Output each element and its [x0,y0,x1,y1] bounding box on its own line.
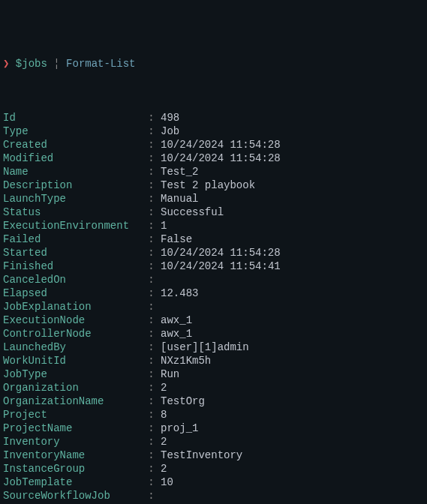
field-value: TestOrg [155,395,205,407]
field-key: JobType [3,368,47,380]
field-value: proj_1 [155,422,199,434]
field-value: 10/24/2024 11:54:28 [155,152,281,164]
colon-separator: : [148,206,154,218]
field-row: Id : 498 [3,111,424,124]
field-key: InstanceGroup [3,463,85,475]
field-row: Description : Test 2 playbook [3,178,424,192]
field-value: Job [155,125,180,137]
field-key: JobExplanation [3,301,92,313]
field-key: OrganizationName [3,395,104,407]
field-row: JobExplanation : [3,300,424,314]
blank-line [3,84,424,98]
field-key: InventoryName [3,449,85,461]
colon-separator: : [148,382,154,394]
colon-separator: : [148,328,154,340]
field-key: Modified [3,152,53,164]
field-value: awx_1 [155,314,192,326]
prompt-line: ❯ $jobs ¦ Format-List [3,57,424,70]
field-value: 8 [155,409,167,421]
field-row: Finished : 10/24/2024 11:54:41 [3,260,424,273]
field-value: TestInventory [155,449,243,461]
field-row: Type : Job [3,124,424,138]
field-key: LaunchType [3,193,66,205]
field-value: False [155,233,192,245]
field-row: JobTemplate : 10 [3,476,424,489]
field-value: Successful [155,206,224,218]
prompt-var: $jobs [16,58,47,70]
field-row: ExecutionNode : awx_1 [3,314,424,327]
colon-separator: : [148,274,154,286]
field-value: 1 [155,220,167,232]
field-key: Finished [3,260,53,272]
field-value: awx_1 [155,328,192,340]
colon-separator: : [148,490,154,502]
field-key: Failed [3,233,41,245]
colon-separator: : [148,436,154,448]
colon-separator: : [148,247,154,259]
field-key: Created [3,139,47,151]
colon-separator: : [148,260,154,272]
colon-separator: : [148,220,154,232]
colon-separator: : [148,463,154,475]
colon-separator: : [148,193,154,205]
field-value: 2 [155,463,167,475]
field-value: Run [155,368,180,380]
field-row: Project : 8 [3,408,424,422]
colon-separator: : [148,301,154,313]
field-value: 2 [155,382,167,394]
field-value: Test_2 [155,166,199,178]
colon-separator: : [148,139,154,151]
prompt-arrow: ❯ [3,58,9,70]
field-value: 12.483 [155,287,199,299]
field-key: LaunchedBy [3,341,66,353]
field-key: Project [3,409,47,421]
field-row: InstanceGroup : 2 [3,462,424,476]
colon-separator: : [148,314,154,326]
colon-separator: : [148,112,154,124]
field-key: SourceWorkflowJob [3,490,110,502]
colon-separator: : [148,395,154,407]
field-value: 498 [155,112,180,124]
colon-separator: : [148,233,154,245]
colon-separator: : [148,355,154,367]
colon-separator: : [148,409,154,421]
field-value: 10/24/2024 11:54:28 [155,247,281,259]
field-key: Elapsed [3,287,47,299]
field-key: Id [3,112,16,124]
field-key: CanceledOn [3,274,66,286]
colon-separator: : [148,152,154,164]
field-row: Elapsed : 12.483 [3,286,424,300]
field-key: ProjectName [3,422,72,434]
field-row: ExecutionEnvironment : 1 [3,219,424,232]
field-value: NXz1Km5h [155,355,212,367]
field-value: [user][1]admin [155,341,249,353]
field-row: Status : Successful [3,206,424,219]
field-row: Failed : False [3,232,424,246]
field-key: Type [3,125,29,137]
field-row: SourceWorkflowJob : [3,489,424,502]
colon-separator: : [148,368,154,380]
field-row: OrganizationName : TestOrg [3,394,424,408]
field-key: Name [3,166,29,178]
field-key: ControllerNode [3,328,92,340]
colon-separator: : [148,449,154,461]
field-row: JobType : Run [3,368,424,381]
colon-separator: : [148,287,154,299]
field-row: InventoryName : TestInventory [3,448,424,462]
field-key: ExecutionEnvironment [3,220,129,232]
field-row: ControllerNode : awx_1 [3,327,424,340]
field-value: Manual [155,193,199,205]
field-row: ProjectName : proj_1 [3,422,424,435]
prompt-pipe: ¦ [53,58,59,70]
field-value: 10/24/2024 11:54:41 [155,260,281,272]
field-value: 10 [155,476,173,488]
field-row: Modified : 10/24/2024 11:54:28 [3,152,424,165]
prompt-cmd: Format-List [66,58,135,70]
field-row: Created : 10/24/2024 11:54:28 [3,138,424,152]
output-fields: Id : 498Type : JobCreated : 10/24/2024 1… [3,111,424,504]
field-key: Status [3,206,41,218]
field-row: Name : Test_2 [3,165,424,178]
field-value: 10/24/2024 11:54:28 [155,139,281,151]
field-key: JobTemplate [3,476,72,488]
field-row: WorkUnitId : NXz1Km5h [3,354,424,368]
